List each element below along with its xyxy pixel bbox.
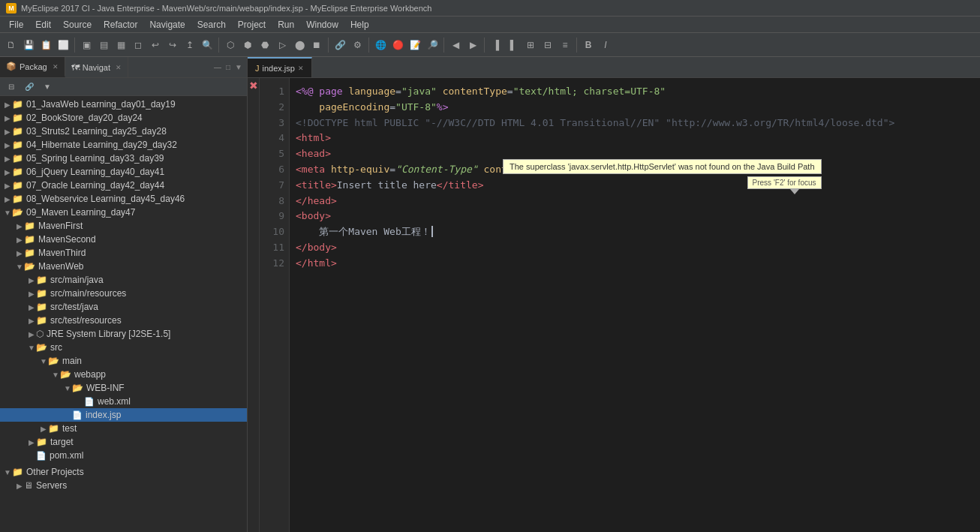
toolbar-browser[interactable]: 🌐 [372, 37, 389, 53]
package-tab-close[interactable]: ✕ [53, 63, 59, 71]
line-num-2: 2 [260, 100, 284, 116]
sidebar-minimize[interactable]: — [212, 62, 223, 72]
tree-item-webinf[interactable]: ▼ 📂 WEB-INF [0, 381, 247, 395]
tree-menu[interactable]: ▼ [39, 79, 56, 95]
tree-item-srcmainres[interactable]: ▶ 📁 src/main/resources [0, 287, 247, 300]
tree-item-src[interactable]: ▼ 📂 src [0, 341, 247, 354]
toolbar-btn23[interactable]: 📝 [407, 37, 423, 53]
tree-item-pomxml[interactable]: 📄 pom.xml [0, 449, 247, 462]
toolbar-btn6[interactable]: ▤ [95, 37, 112, 53]
toolbar-new[interactable]: 🗋 [3, 37, 20, 53]
toolbar-btn27[interactable]: ▐ [488, 37, 504, 53]
tree-item-07[interactable]: ▶ 📁 07_Oracle Learning_day42_day44 [0, 179, 247, 192]
toolbar-btn14[interactable]: ⬢ [239, 37, 256, 53]
folder-icon-mavenfirst: 📁 [24, 221, 35, 231]
tree-item-04[interactable]: ▶ 📁 04_Hibernate Learning_day29_day32 [0, 138, 247, 152]
tree-item-indexjsp[interactable]: 📄 index.jsp [0, 408, 247, 422]
menu-window[interactable]: Window [300, 17, 344, 32]
tree-item-maventhird[interactable]: ▶ 📁 MavenThird [0, 246, 247, 260]
menu-run[interactable]: Run [272, 17, 300, 32]
tree-item-target[interactable]: ▶ 📁 target [0, 435, 247, 449]
menu-refactor[interactable]: Refactor [98, 17, 143, 32]
tree-item-srcmainjava[interactable]: ▶ 📁 src/main/java [0, 273, 247, 287]
menu-search[interactable]: Search [191, 17, 232, 32]
tab-navigator[interactable]: 🗺 Navigat ✕ [65, 57, 128, 77]
toolbar-btn18[interactable]: ⏹ [308, 37, 325, 53]
error-marker-6 [248, 156, 259, 172]
tree-item-srctestjava[interactable]: ▶ 📁 src/test/java [0, 300, 247, 314]
toolbar-btn25[interactable]: ◀ [447, 37, 464, 53]
tree-item-02[interactable]: ▶ 📁 02_BookStore_day20_day24 [0, 111, 247, 125]
editor-tab-icon: J [255, 64, 260, 73]
toolbar-btn17[interactable]: ⬤ [291, 37, 308, 53]
toolbar-btn5[interactable]: ▣ [78, 37, 95, 53]
tree-item-05[interactable]: ▶ 📁 05_Spring Learning_day33_day39 [0, 152, 247, 165]
menu-edit[interactable]: Edit [29, 17, 57, 32]
tree-item-01[interactable]: ▶ 📁 01_JavaWeb Learning_day01_day19 [0, 98, 247, 111]
toolbar-btn12[interactable]: 🔍 [199, 37, 215, 53]
editor-tab-label: index.jsp [263, 64, 295, 73]
tab-package-explorer[interactable]: 📦 Packag ✕ [0, 57, 65, 77]
tree-item-webxml[interactable]: 📄 web.xml [0, 395, 247, 408]
expand-09: ▼ [3, 209, 12, 217]
tree-item-webapp[interactable]: ▼ 📂 webapp [0, 368, 247, 381]
sidebar-maximize[interactable]: □ [224, 62, 232, 72]
tree-label-mavensecond: MavenSecond [38, 234, 96, 245]
toolbar-btn20[interactable]: ⚙ [349, 37, 365, 53]
tree-item-srctestres[interactable]: ▶ 📁 src/test/resources [0, 314, 247, 327]
tree-label-srctestjava: src/test/java [50, 302, 98, 312]
tree-item-jre[interactable]: ▶ ⬡ JRE System Library [J2SE-1.5] [0, 327, 247, 341]
menu-help[interactable]: Help [344, 17, 375, 32]
toolbar-btn19[interactable]: 🔗 [332, 37, 348, 53]
tree-item-mavensecond[interactable]: ▶ 📁 MavenSecond [0, 233, 247, 246]
toolbar-btn3[interactable]: 📋 [38, 37, 54, 53]
tree-item-main[interactable]: ▼ 📂 main [0, 354, 247, 368]
toolbar-btn15[interactable]: ⬣ [257, 37, 273, 53]
toolbar-btn24[interactable]: 🔎 [424, 37, 440, 53]
toolbar-btn7[interactable]: ▦ [113, 37, 129, 53]
toolbar-btn30[interactable]: ⊟ [540, 37, 556, 53]
tree-label-09: 09_Maven Learning_day47 [26, 207, 135, 218]
toolbar-btn8[interactable]: ◻ [130, 37, 146, 53]
toolbar-btn13[interactable]: ⬡ [222, 37, 239, 53]
tree-item-other-projects[interactable]: ▼ 📁 Other Projects [0, 465, 247, 479]
folder-icon-mavensecond: 📁 [24, 234, 35, 245]
line-num-3: 3 [260, 116, 284, 131]
tree-link-editor[interactable]: 🔗 [21, 79, 38, 95]
toolbar-italic[interactable]: I [597, 37, 614, 53]
tree-item-servers[interactable]: ▶ 🖥 Servers [0, 479, 247, 492]
tree-item-03[interactable]: ▶ 📁 03_Struts2 Learning_day25_day28 [0, 125, 247, 138]
toolbar-btn31[interactable]: ≡ [557, 37, 573, 53]
menu-file[interactable]: File [3, 17, 29, 32]
editor-tab-indexjsp[interactable]: J index.jsp ✕ [248, 57, 312, 77]
toolbar-btn29[interactable]: ⊞ [522, 37, 539, 53]
sidebar-menu[interactable]: ▼ [233, 62, 244, 72]
tree-item-09[interactable]: ▼ 📂 09_Maven Learning_day47 [0, 206, 247, 219]
tree-item-08[interactable]: ▶ 📁 08_Webservice Learning_day45_day46 [0, 192, 247, 206]
toolbar-btn22[interactable]: 🔴 [389, 37, 406, 53]
toolbar-btn28[interactable]: ▌ [505, 37, 522, 53]
tree-item-06[interactable]: ▶ 📁 06_jQuery Learning_day40_day41 [0, 165, 247, 179]
tree-collapse-all[interactable]: ⊟ [3, 79, 20, 95]
expand-08: ▶ [3, 195, 12, 203]
toolbar-btn16[interactable]: ▷ [274, 37, 290, 53]
navigator-tab-close[interactable]: ✕ [116, 64, 122, 71]
tree-item-test[interactable]: ▶ 📁 test [0, 422, 247, 435]
toolbar-save[interactable]: 💾 [20, 37, 37, 53]
toolbar-btn11[interactable]: ↥ [182, 37, 198, 53]
toolbar-btn26[interactable]: ▶ [464, 37, 481, 53]
menu-source[interactable]: Source [57, 17, 98, 32]
tree-item-mavenfirst[interactable]: ▶ 📁 MavenFirst [0, 219, 247, 233]
menu-project[interactable]: Project [232, 17, 272, 32]
toolbar-btn4[interactable]: ⬜ [55, 37, 71, 53]
tree-toolbar: ⊟ 🔗 ▼ [0, 78, 247, 96]
toolbar-btn9[interactable]: ↩ [147, 37, 164, 53]
tree-item-mavenweb[interactable]: ▼ 📂 MavenWeb [0, 260, 247, 273]
code-editor[interactable]: ✖ 1 2 3 4 5 6 7 [248, 78, 980, 532]
editor-tab-close[interactable]: ✕ [298, 65, 304, 72]
line-num-9: 9 [260, 209, 284, 224]
toolbar-bold[interactable]: B [580, 37, 597, 53]
menu-navigate[interactable]: Navigate [143, 17, 191, 32]
code-content[interactable]: <%@ page language="java" contentType="te… [290, 78, 980, 532]
toolbar-btn10[interactable]: ↪ [164, 37, 181, 53]
